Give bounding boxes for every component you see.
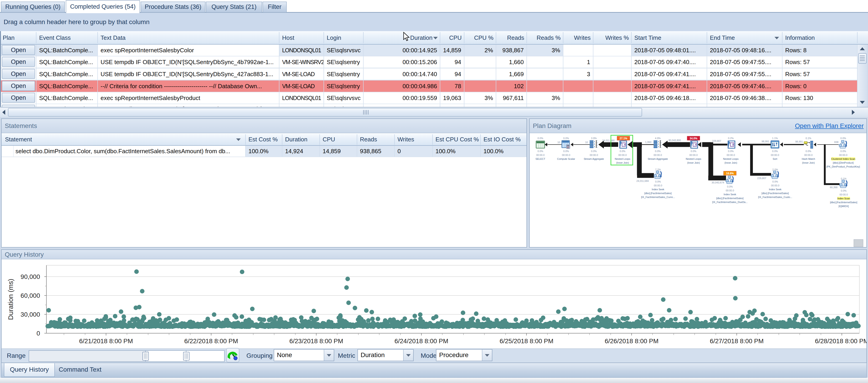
svg-text:0.1%: 0.1% (841, 177, 846, 180)
svg-text:00:00.0: 00:00.0 (726, 189, 734, 192)
svg-text:[dbo].[FactInternetSales]: [dbo].[FactInternetSales] (762, 192, 789, 195)
svg-text:27.1%: 27.1% (620, 137, 627, 140)
svg-text:838: 838 (834, 141, 838, 143)
svg-text:0.0%: 0.0% (620, 150, 625, 152)
svg-text:[IQMIDX]: [IQMIDX] (838, 205, 849, 208)
svg-text:0.0%: 0.0% (805, 150, 811, 152)
svg-text:Nested Loops: Nested Loops (615, 158, 630, 160)
svg-text:[dbo].[FactInternetSales]: [dbo].[FactInternetSales] (716, 197, 744, 200)
svg-text:6/23/2018 8:00 PM: 6/23/2018 8:00 PM (289, 338, 343, 345)
svg-text:00:00.0: 00:00.0 (689, 154, 698, 156)
svg-text:0.0%: 0.0% (728, 150, 734, 152)
svg-text:Σ: Σ (659, 145, 661, 148)
svg-text:(Inner Join): (Inner Join) (724, 162, 737, 164)
svg-text:[dbo].[DimProduct]: [dbo].[DimProduct] (833, 162, 854, 164)
svg-text:229,807: 229,807 (757, 177, 766, 180)
svg-text:18.8%: 18.8% (726, 172, 734, 175)
svg-text:0.0%: 0.0% (840, 137, 846, 140)
svg-text:10: 10 (585, 141, 588, 144)
svg-text:98,991: 98,991 (762, 140, 769, 143)
svg-text:30,043,800: 30,043,800 (668, 139, 681, 142)
svg-text:24,011,680: 24,011,680 (602, 139, 615, 142)
svg-text:60,000: 60,000 (21, 292, 40, 299)
svg-text:0.0%: 0.0% (690, 150, 696, 152)
svg-text:00:00.0: 00:00.0 (536, 154, 545, 156)
svg-text:Index Scan: Index Scan (837, 197, 850, 200)
svg-text:0.0%: 0.0% (563, 150, 569, 152)
svg-text:[IX_FactInternetSales_DueDa...: [IX_FactInternetSales_DueDa... (712, 201, 747, 203)
svg-text:Index Seek: Index Seek (723, 193, 736, 196)
svg-text:00:00.0: 00:00.0 (654, 154, 662, 156)
svg-text:[dbo].[FactInternetSales]: [dbo].[FactInternetSales] (830, 201, 857, 204)
svg-text:Index Seek: Index Seek (652, 188, 664, 191)
svg-text:00:00.0: 00:00.0 (771, 184, 779, 187)
svg-text:6/25/2018 8:00 PM: 6/25/2018 8:00 PM (500, 338, 554, 345)
svg-text:(Inner Join): (Inner Join) (687, 162, 700, 164)
svg-text:Index Seek: Index Seek (769, 188, 781, 191)
svg-text:0: 0 (36, 330, 40, 337)
svg-text:6/26/2018 8:00 PM: 6/26/2018 8:00 PM (605, 338, 659, 345)
svg-text:[dbo].[FactInternetSales]: [dbo].[FactInternetSales] (644, 192, 672, 195)
svg-text:90,000: 90,000 (21, 273, 40, 280)
svg-text:6/22/2018 8:00 PM: 6/22/2018 8:00 PM (184, 338, 238, 345)
svg-text:00:00.0: 00:00.0 (654, 184, 662, 187)
svg-text:1.1%: 1.1% (772, 137, 778, 140)
svg-text:00:00.0: 00:00.0 (840, 193, 848, 196)
svg-text:[IX_FactInternetSales_Custo...: [IX_FactInternetSales_Custo... (758, 196, 792, 199)
svg-text:00:00.0: 00:00.0 (839, 154, 847, 156)
svg-text:24,011,684: 24,011,684 (637, 180, 649, 182)
svg-text:0.0%: 0.0% (772, 180, 778, 183)
svg-text:Compute Scalar: Compute Scalar (557, 158, 575, 160)
svg-text:00:00.0: 00:00.0 (771, 154, 779, 156)
svg-text:6/21/2018 8:00 PM: 6/21/2018 8:00 PM (79, 338, 133, 345)
svg-text:4.9%: 4.9% (655, 137, 660, 140)
svg-text:Sort: Sort (773, 158, 777, 160)
svg-text:0.0%: 0.0% (727, 185, 733, 188)
svg-text:10: 10 (557, 141, 560, 144)
svg-text:2.0%: 2.0% (772, 168, 778, 171)
svg-text:0.0%: 0.0% (772, 150, 778, 152)
svg-text:0.0%: 0.0% (591, 150, 596, 152)
svg-text:Clustered Index Scan: Clustered Index Scan (831, 158, 855, 160)
svg-text:0.0%: 0.0% (537, 137, 543, 140)
svg-text:Stream Aggregate: Stream Aggregate (648, 158, 668, 160)
svg-text:(Inner Join): (Inner Join) (802, 162, 815, 164)
svg-text:[IX_FactInternetSales_Curre...: [IX_FactInternetSales_Curre... (641, 196, 675, 199)
svg-text:[PK_DimProduct_ProductKey]: [PK_DimProduct_ProductKey] (826, 165, 860, 168)
svg-text:0.0%: 0.0% (840, 150, 846, 152)
svg-text:30,000: 30,000 (21, 311, 40, 318)
svg-text:00:00.0: 00:00.0 (590, 154, 598, 156)
svg-text:Nested Loops: Nested Loops (686, 158, 701, 160)
svg-text:6/28/2018 8:00 PM: 6/28/2018 8:00 PM (815, 338, 866, 345)
svg-text:(Inner Join): (Inner Join) (616, 162, 629, 164)
svg-text:00:00.0: 00:00.0 (618, 154, 627, 156)
svg-text:0.0%: 0.0% (655, 150, 660, 152)
svg-text:1,060: 1,060 (645, 141, 651, 143)
svg-text:00:00.0: 00:00.0 (804, 154, 813, 156)
svg-text:30,043,674: 30,043,674 (711, 181, 724, 184)
svg-text:Hash Match: Hash Match (802, 158, 815, 160)
svg-text:Duration (ms): Duration (ms) (7, 279, 14, 320)
svg-text:3.9%: 3.9% (591, 137, 596, 140)
svg-text:00:00.0: 00:00.0 (562, 154, 570, 156)
svg-text:0.2%: 0.2% (728, 137, 734, 140)
svg-text:0.0%: 0.0% (655, 180, 661, 183)
svg-text:6/24/2018 8:00 PM: 6/24/2018 8:00 PM (395, 338, 448, 345)
svg-text:229,807: 229,807 (712, 140, 721, 142)
svg-text:0.0%: 0.0% (563, 137, 569, 140)
svg-text:7.2%: 7.2% (655, 168, 661, 171)
svg-text:SELECT: SELECT (535, 158, 546, 160)
svg-text:0.1%: 0.1% (805, 137, 811, 140)
svg-text:34.0%: 34.0% (690, 137, 698, 140)
svg-text:00:00.0: 00:00.0 (727, 154, 735, 156)
svg-text:6/27/2018 8:00 PM: 6/27/2018 8:00 PM (710, 338, 764, 345)
svg-text:98,991: 98,991 (795, 140, 803, 143)
svg-text:60,398: 60,398 (830, 186, 838, 189)
svg-text:0.0%: 0.0% (841, 189, 846, 192)
svg-text:Nested Loops: Nested Loops (723, 158, 739, 160)
svg-text:Σ: Σ (596, 145, 597, 148)
svg-text:0.0%: 0.0% (537, 150, 543, 152)
svg-text:Stream Aggregate: Stream Aggregate (584, 158, 604, 160)
